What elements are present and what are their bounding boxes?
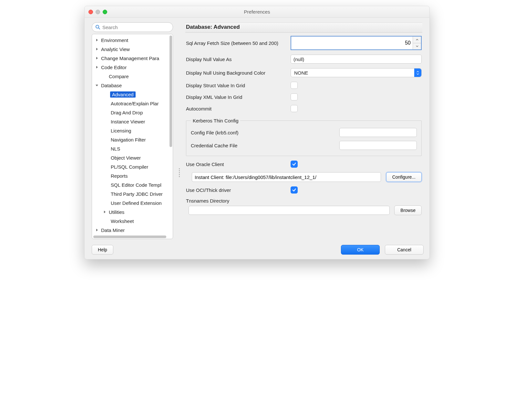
tree-item-label: Change Management Para [101, 56, 159, 61]
tree-item[interactable]: PL/SQL Compiler [92, 162, 173, 171]
tree-item-label: Code Editor [101, 65, 127, 70]
browse-button[interactable]: Browse [394, 205, 422, 215]
tree-item[interactable]: User Defined Extension [92, 198, 173, 207]
splitter-handle[interactable] [178, 168, 180, 177]
titlebar: Preferences [85, 6, 429, 18]
null-bg-value: NONE [294, 70, 308, 76]
tree-item-label: Database [101, 83, 122, 88]
tree-item-label: Autotrace/Explain Plar [111, 101, 159, 106]
tree-item-label: Compare [109, 74, 129, 79]
tns-dir-label: Tnsnames Directory [186, 198, 422, 204]
oracle-client-checkbox[interactable] [291, 161, 298, 168]
kerberos-legend: Kerberos Thin Config [191, 118, 240, 123]
tree-item-label: User Defined Extension [111, 200, 162, 206]
chevron-down-icon[interactable] [95, 83, 99, 88]
help-button[interactable]: Help [92, 245, 113, 255]
sidebar: EnvironmentAnalytic ViewChange Managemen… [92, 22, 173, 239]
kerberos-fieldset: Kerberos Thin Config Config File (krb5.c… [186, 118, 422, 156]
chevron-right-icon[interactable] [102, 210, 107, 214]
tree-item-label: Drag And Drop [111, 110, 143, 115]
tree-item-label: Advanced [110, 91, 136, 98]
select-caret-icon [414, 68, 421, 77]
tree-item[interactable]: Utilities [92, 207, 173, 216]
chevron-right-icon[interactable] [95, 47, 99, 51]
null-bg-label: Display Null Using Background Color [186, 70, 286, 76]
autocommit-label: Autocommit [186, 106, 286, 111]
fetch-size-up[interactable] [413, 37, 421, 43]
tree-item[interactable]: Data Miner [92, 226, 173, 235]
fetch-size-spinner[interactable] [291, 36, 422, 50]
tree-item[interactable]: NLS [92, 144, 173, 153]
tree-item[interactable]: Advanced [92, 90, 173, 99]
tree-item-label: Navigation Filter [111, 137, 146, 142]
tree-item[interactable]: Environment [92, 36, 173, 45]
search-input[interactable] [102, 25, 170, 30]
panel-title: Database: Advanced [185, 22, 422, 33]
tree-vertical-scrollbar[interactable] [170, 36, 172, 147]
tree-item[interactable]: Database [92, 81, 173, 90]
tree-item[interactable]: Code Editor [92, 63, 173, 72]
tree-item[interactable]: Reports [92, 171, 173, 180]
tree-item[interactable]: Navigation Filter [92, 135, 173, 144]
null-bg-select[interactable]: NONE [291, 68, 422, 77]
search-box[interactable] [92, 22, 173, 32]
xml-grid-checkbox[interactable] [291, 93, 298, 100]
xml-grid-label: Display XML Value In Grid [186, 94, 286, 100]
svg-line-1 [98, 28, 100, 29]
preferences-window: Preferences EnvironmentAnalytic ViewChan… [84, 6, 430, 259]
category-tree: EnvironmentAnalytic ViewChange Managemen… [92, 34, 173, 239]
fetch-size-label: Sql Array Fetch Size (between 50 and 200… [186, 40, 286, 46]
oracle-client-path-input[interactable] [192, 172, 381, 182]
struct-grid-label: Display Struct Value In Grid [186, 83, 286, 88]
null-value-label: Display Null Value As [186, 57, 286, 62]
settings-panel: Database: Advanced Sql Array Fetch Size … [185, 22, 422, 239]
tree-item[interactable]: SQL Editor Code Templ [92, 180, 173, 189]
oci-driver-label: Use OCI/Thick driver [186, 187, 286, 193]
kerb-cred-label: Credential Cache File [191, 143, 255, 148]
autocommit-checkbox[interactable] [291, 105, 298, 112]
tree-item-label: Utilities [109, 209, 124, 215]
dialog-footer: Help OK Cancel [85, 245, 429, 259]
tree-item[interactable]: Licensing [92, 126, 173, 135]
struct-grid-checkbox[interactable] [291, 82, 298, 89]
tree-item[interactable]: Compare [92, 72, 173, 81]
tree-item-label: Analytic View [101, 47, 130, 52]
cancel-button[interactable]: Cancel [385, 245, 424, 255]
tree-horizontal-scrollbar[interactable] [93, 236, 166, 238]
kerb-config-input[interactable] [339, 128, 417, 137]
search-icon [95, 25, 100, 30]
tree-item[interactable]: Third Party JDBC Driver [92, 189, 173, 198]
tree-item-label: Instance Viewer [111, 119, 145, 124]
fetch-size-input[interactable] [291, 37, 413, 49]
tree-item-label: Worksheet [111, 218, 134, 224]
tree-item[interactable]: Worksheet [92, 216, 173, 226]
oracle-client-label: Use Oracle Client [186, 162, 286, 167]
tree-item-label: Data Miner [101, 227, 125, 233]
chevron-right-icon[interactable] [95, 38, 99, 42]
chevron-right-icon[interactable] [95, 228, 99, 232]
oci-driver-checkbox[interactable] [291, 186, 298, 194]
tree-item[interactable]: Drag And Drop [92, 108, 173, 117]
null-value-input[interactable] [291, 55, 422, 64]
tree-item-label: Reports [111, 173, 128, 179]
tree-item-label: Environment [101, 37, 128, 43]
tns-dir-input[interactable] [189, 206, 390, 215]
window-title: Preferences [85, 9, 429, 15]
tree-item[interactable]: Analytic View [92, 45, 173, 54]
tree-item[interactable]: Change Management Para [92, 54, 173, 63]
tree-item-label: Licensing [111, 128, 131, 133]
tree-item-label: SQL Editor Code Templ [111, 182, 161, 188]
kerb-config-label: Config File (krb5.conf) [191, 130, 255, 135]
tree-item[interactable]: Autotrace/Explain Plar [92, 99, 173, 108]
configure-button[interactable]: Configure... [386, 172, 422, 182]
tree-item[interactable]: Instance Viewer [92, 117, 173, 126]
tree-item-label: PL/SQL Compiler [111, 164, 148, 170]
kerb-cred-input[interactable] [339, 141, 417, 150]
ok-button[interactable]: OK [341, 245, 380, 255]
tree-item-label: NLS [111, 146, 120, 152]
chevron-right-icon[interactable] [95, 56, 99, 60]
tree-item[interactable]: Object Viewer [92, 153, 173, 162]
chevron-right-icon[interactable] [95, 65, 99, 69]
fetch-size-down[interactable] [413, 43, 421, 50]
tree-item-label: Object Viewer [111, 155, 141, 161]
